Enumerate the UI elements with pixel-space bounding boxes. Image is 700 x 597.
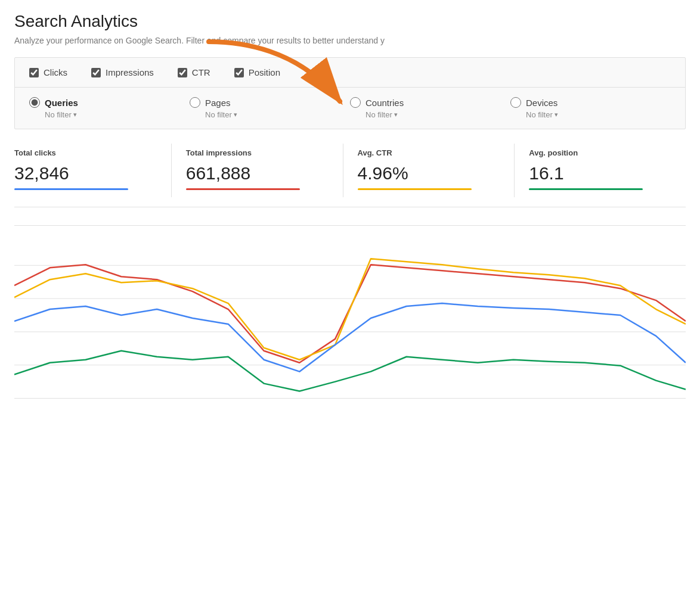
chart-section [14,225,686,401]
page-subtitle: Analyze your performance on Google Searc… [14,36,686,45]
checkbox-impressions[interactable]: Impressions [91,67,154,77]
ctr-checkbox[interactable] [178,68,187,77]
stat-clicks-label: Total clicks [14,148,157,157]
stat-ctr-value: 4.96% [358,163,500,184]
devices-filter[interactable]: No filter [526,110,558,119]
radio-group-pages: Pages No filter [190,97,350,119]
radio-countries[interactable] [350,97,361,108]
clicks-label: Clicks [44,67,67,77]
checkbox-row: Clicks Impressions CTR Position [15,58,685,88]
stat-ctr: Avg. CTR 4.96% [358,144,515,197]
devices-label: Devices [526,98,557,108]
position-label: Position [249,67,280,77]
checkbox-clicks[interactable]: Clicks [29,67,67,77]
checkbox-position[interactable]: Position [234,67,280,77]
radio-group-countries: Countries No filter [350,97,510,119]
stat-clicks: Total clicks 32,846 [14,144,172,197]
stat-impressions-value: 661,888 [186,163,329,184]
pages-filter[interactable]: No filter [205,110,237,119]
countries-label: Countries [366,98,404,108]
stat-ctr-underline [358,188,472,190]
queries-filter[interactable]: No filter [45,110,77,119]
radio-top-countries: Countries [350,97,404,108]
filter-section: Clicks Impressions CTR Position Queries [14,57,686,129]
radio-top-devices: Devices [510,97,557,108]
stats-section: Total clicks 32,846 Total impressions 66… [14,144,686,207]
ctr-label: CTR [192,67,210,77]
checkbox-ctr[interactable]: CTR [178,67,210,77]
radio-group-devices: Devices No filter [510,97,671,119]
stat-ctr-label: Avg. CTR [358,148,500,157]
stat-clicks-underline [14,188,128,190]
stat-position-value: 16.1 [529,163,671,184]
stat-position: Avg. position 16.1 [529,144,686,197]
impressions-checkbox[interactable] [91,68,101,77]
radio-row: Queries No filter Pages No filter Countr… [15,88,685,129]
line-chart [14,232,686,399]
stat-clicks-value: 32,846 [14,163,157,184]
clicks-checkbox[interactable] [29,68,39,77]
stat-impressions-label: Total impressions [186,148,329,157]
radio-group-queries: Queries No filter [29,97,190,119]
impressions-label: Impressions [106,67,154,77]
radio-top-pages: Pages [190,97,231,108]
stat-position-underline [529,188,643,190]
stat-impressions: Total impressions 661,888 [186,144,343,197]
page-container: Search Analytics Analyze your performanc… [0,0,700,413]
radio-devices[interactable] [510,97,521,108]
radio-queries[interactable] [29,97,40,108]
stat-impressions-underline [186,188,300,190]
stat-position-label: Avg. position [529,148,671,157]
position-checkbox[interactable] [234,68,244,77]
countries-filter[interactable]: No filter [366,110,398,119]
radio-pages[interactable] [190,97,200,108]
queries-label: Queries [45,98,78,108]
pages-label: Pages [205,98,231,108]
radio-top-queries: Queries [29,97,78,108]
page-title: Search Analytics [14,12,686,31]
